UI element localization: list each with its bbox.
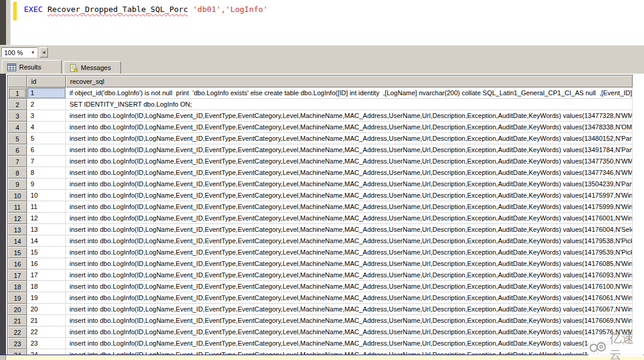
scroll-left-button[interactable]: ◄: [40, 47, 48, 58]
row-number-cell[interactable]: 21: [8, 315, 27, 326]
row-number-cell[interactable]: 5: [8, 133, 27, 144]
column-header-id[interactable]: id: [27, 75, 66, 87]
recover-sql-cell[interactable]: insert into dbo.LogInfo(ID,LogName,Event…: [66, 179, 633, 190]
grid-header-row: id recover_sql: [8, 75, 633, 87]
recover-sql-cell[interactable]: insert into dbo.LogInfo(ID,LogName,Event…: [66, 122, 633, 133]
recover-sql-cell[interactable]: insert into dbo.LogInfo(ID,LogName,Event…: [66, 190, 633, 201]
table-row: 44insert into dbo.LogInfo(ID,LogName,Eve…: [8, 122, 633, 133]
id-cell[interactable]: 13: [27, 224, 66, 235]
id-cell[interactable]: 22: [27, 326, 66, 338]
column-header-recover-sql[interactable]: recover_sql: [66, 75, 633, 87]
recover-sql-cell[interactable]: insert into dbo.LogInfo(ID,LogName,Event…: [66, 349, 633, 355]
recover-sql-cell[interactable]: insert into dbo.LogInfo(ID,LogName,Event…: [66, 235, 633, 247]
recover-sql-cell[interactable]: insert into dbo.LogInfo(ID,LogName,Event…: [66, 338, 633, 349]
recover-sql-cell[interactable]: insert into dbo.LogInfo(ID,LogName,Event…: [66, 144, 633, 156]
row-number-cell[interactable]: 8: [8, 167, 27, 179]
results-grid: id recover_sql 11if object_id('dbo.LogIn…: [7, 75, 633, 355]
row-number-cell[interactable]: 7: [8, 156, 27, 167]
row-number-cell[interactable]: 12: [8, 213, 27, 224]
row-number-cell[interactable]: 13: [8, 224, 27, 235]
row-number-cell[interactable]: 10: [8, 190, 27, 201]
id-cell[interactable]: 14: [27, 235, 66, 247]
row-number-cell[interactable]: 2: [8, 99, 27, 110]
table-row: 2222insert into dbo.LogInfo(ID,LogName,E…: [8, 326, 633, 338]
recover-sql-cell[interactable]: insert into dbo.LogInfo(ID,LogName,Event…: [66, 167, 633, 179]
row-number-cell[interactable]: 15: [8, 247, 27, 258]
row-number-cell[interactable]: 18: [8, 281, 27, 292]
row-number-cell[interactable]: 24: [8, 349, 27, 355]
id-cell[interactable]: 16: [27, 258, 66, 270]
zoom-level-dropdown[interactable]: 100 % ▼: [1, 47, 37, 58]
recover-sql-cell[interactable]: insert into dbo.LogInfo(ID,LogName,Event…: [66, 304, 633, 315]
id-cell[interactable]: 6: [27, 144, 66, 156]
id-cell[interactable]: 19: [27, 292, 66, 304]
row-number-cell[interactable]: 9: [8, 179, 27, 190]
id-cell[interactable]: 8: [27, 167, 66, 179]
id-cell[interactable]: 10: [27, 190, 66, 201]
id-cell[interactable]: 11: [27, 201, 66, 213]
tab-messages[interactable]: Messages: [64, 61, 121, 74]
id-cell[interactable]: 5: [27, 133, 66, 144]
row-number-cell[interactable]: 17: [8, 270, 27, 281]
id-cell[interactable]: 3: [27, 110, 66, 122]
id-cell[interactable]: 12: [27, 213, 66, 224]
recover-sql-cell[interactable]: insert into dbo.LogInfo(ID,LogName,Event…: [66, 315, 633, 326]
id-cell[interactable]: 18: [27, 281, 66, 292]
id-cell[interactable]: 1: [27, 87, 66, 99]
row-number-cell[interactable]: 4: [8, 122, 27, 133]
results-grid-pane: id recover_sql 11if object_id('dbo.LogIn…: [0, 74, 644, 355]
row-number-cell[interactable]: 23: [8, 338, 27, 349]
sql-keyword: EXEC: [24, 5, 43, 14]
recover-sql-cell[interactable]: insert into dbo.LogInfo(ID,LogName,Event…: [66, 110, 633, 122]
recover-sql-cell[interactable]: insert into dbo.LogInfo(ID,LogName,Event…: [66, 281, 633, 292]
row-number-cell[interactable]: 11: [8, 201, 27, 213]
row-number-cell[interactable]: 20: [8, 304, 27, 315]
id-cell[interactable]: 4: [27, 122, 66, 133]
id-cell[interactable]: 20: [27, 304, 66, 315]
recover-sql-cell[interactable]: insert into dbo.LogInfo(ID,LogName,Event…: [66, 270, 633, 281]
recover-sql-cell[interactable]: insert into dbo.LogInfo(ID,LogName,Event…: [66, 213, 633, 224]
recover-sql-cell[interactable]: insert into dbo.LogInfo(ID,LogName,Event…: [66, 156, 633, 167]
recover-sql-cell[interactable]: insert into dbo.LogInfo(ID,LogName,Event…: [66, 292, 633, 304]
table-row: 1313insert into dbo.LogInfo(ID,LogName,E…: [8, 224, 633, 235]
editor-scroll-strip: 100 % ▼ ◄: [0, 45, 644, 59]
table-row: 2020insert into dbo.LogInfo(ID,LogName,E…: [8, 304, 633, 315]
corner-header-cell[interactable]: [8, 75, 27, 87]
table-row: 1111insert into dbo.LogInfo(ID,LogName,E…: [8, 201, 633, 213]
row-number-cell[interactable]: 14: [8, 235, 27, 247]
id-cell[interactable]: 2: [27, 99, 66, 110]
recover-sql-cell[interactable]: insert into dbo.LogInfo(ID,LogName,Event…: [66, 201, 633, 213]
recover-sql-cell[interactable]: if object_id('dbo.LogInfo') is not null …: [66, 87, 633, 99]
table-row: 1717insert into dbo.LogInfo(ID,LogName,E…: [8, 270, 633, 281]
id-cell[interactable]: 7: [27, 156, 66, 167]
id-cell[interactable]: 23: [27, 338, 66, 349]
id-cell[interactable]: 15: [27, 247, 66, 258]
recover-sql-cell[interactable]: insert into dbo.LogInfo(ID,LogName,Event…: [66, 224, 633, 235]
recover-sql-cell[interactable]: insert into dbo.LogInfo(ID,LogName,Event…: [66, 247, 633, 258]
id-cell[interactable]: 24: [27, 349, 66, 355]
sql-code-line[interactable]: EXEC Recover_Dropped_Table_SQL_Porc 'db0…: [24, 5, 268, 14]
row-number-cell[interactable]: 22: [8, 326, 27, 338]
horizontal-scrollbar[interactable]: [0, 355, 644, 360]
id-cell[interactable]: 21: [27, 315, 66, 326]
row-number-cell[interactable]: 6: [8, 144, 27, 156]
results-tab-strip: Results Messages: [0, 59, 644, 74]
recover-sql-cell[interactable]: SET IDENTITY_INSERT dbo.LogInfo ON;: [66, 99, 633, 110]
messages-icon: [69, 64, 78, 72]
row-number-cell[interactable]: 19: [8, 292, 27, 304]
id-cell[interactable]: 17: [27, 270, 66, 281]
id-cell[interactable]: 9: [27, 179, 66, 190]
scrollbar-corner: [0, 355, 6, 360]
query-editor[interactable]: EXEC Recover_Dropped_Table_SQL_Porc 'db0…: [0, 0, 644, 45]
recover-sql-cell[interactable]: insert into dbo.LogInfo(ID,LogName,Event…: [66, 258, 633, 270]
row-number-cell[interactable]: 16: [8, 258, 27, 270]
sql-arguments: 'db01','LogInfo': [193, 5, 268, 14]
row-number-cell[interactable]: 3: [8, 110, 27, 122]
table-row: 88insert into dbo.LogInfo(ID,LogName,Eve…: [8, 167, 633, 179]
tab-results[interactable]: Results: [2, 60, 62, 74]
row-number-cell[interactable]: 1: [8, 87, 27, 99]
table-row: 1414insert into dbo.LogInfo(ID,LogName,E…: [8, 235, 633, 247]
tab-messages-label: Messages: [81, 64, 111, 71]
recover-sql-cell[interactable]: insert into dbo.LogInfo(ID,LogName,Event…: [66, 326, 633, 338]
recover-sql-cell[interactable]: insert into dbo.LogInfo(ID,LogName,Event…: [66, 133, 633, 144]
